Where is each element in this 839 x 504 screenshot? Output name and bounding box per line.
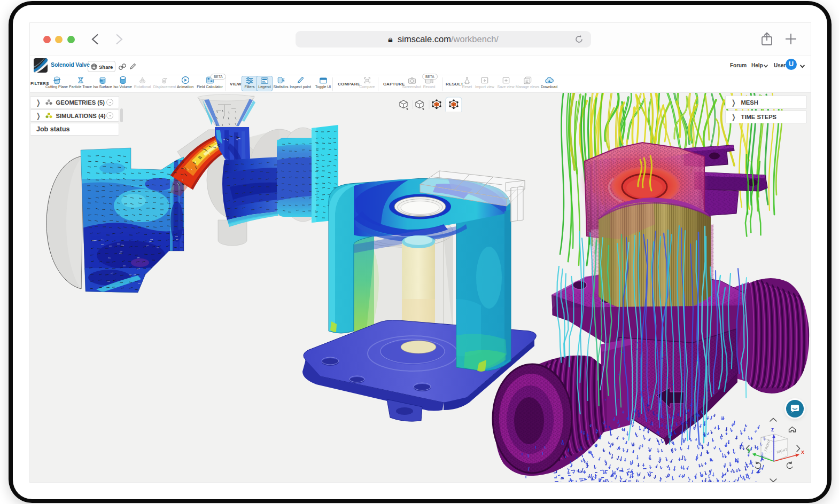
svg-text:y: y xyxy=(748,446,751,453)
svg-text:x: x xyxy=(801,448,804,455)
svg-text:z: z xyxy=(771,426,774,432)
